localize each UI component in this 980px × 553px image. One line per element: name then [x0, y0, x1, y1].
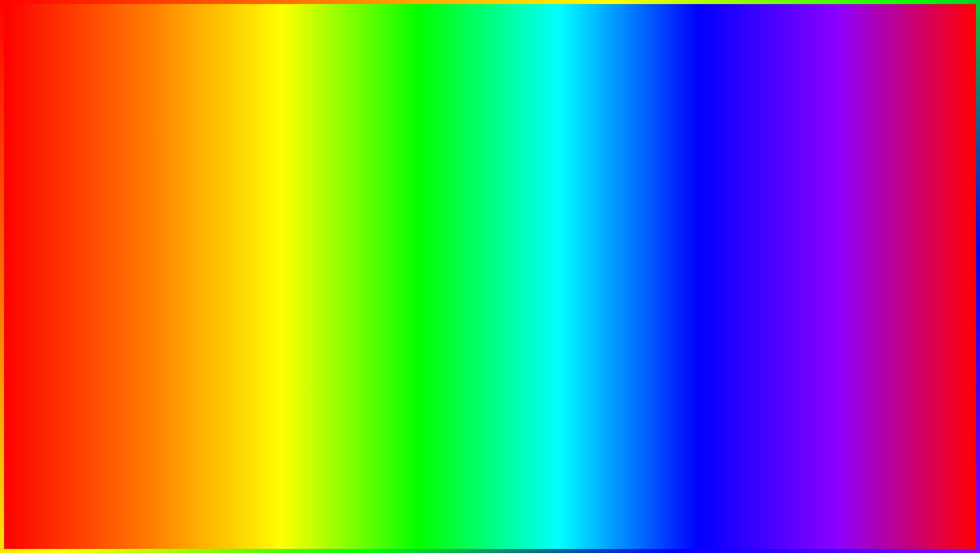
- hydra-hop-toggle[interactable]: [678, 239, 687, 249]
- panel-1-header-left: // WINNABLE HUB NEXT GEN / KING LEGACY […: [87, 161, 281, 172]
- panel-1-menu-icon[interactable]: ≡: [468, 162, 473, 171]
- auto-buso-label: Auto Buso: [293, 229, 321, 236]
- panel-2-item-sea-king-hop: Auto Sea King Hop: [507, 183, 687, 192]
- panel-2-item-ghost-ship-hop: Auto Ghost Ship Hop: [507, 211, 687, 220]
- panel-2-menu-icon[interactable]: ≡: [888, 162, 893, 171]
- kris-kringle-toggle[interactable]: [678, 254, 687, 263]
- panel-2-item-kris-kringle-hop: Auto Kris Kringle Hop: [507, 268, 687, 277]
- mobile-label: MOBILE: [35, 197, 203, 240]
- distance-container: Distance : 9: [293, 210, 473, 222]
- outer-border: ❄ 💀 KING LEGACY MOBILE ✔: [0, 0, 980, 553]
- ghost-ship-hop-toggle[interactable]: [678, 211, 687, 220]
- hydra-hop-label: Auto Hydra Hop: [507, 240, 550, 248]
- bottom-text-container: AUTO FARM SCRIPT PASTEBIN: [4, 464, 976, 534]
- panel-1-col2: || Menu : Settings || Farm Mode : Above …: [293, 183, 473, 282]
- hydra-label: Auto Hydra: [507, 226, 538, 233]
- auto-farm-label: AUTO FARM: [105, 465, 466, 533]
- kris-kringle-label: Auto Kris Kringle: [507, 255, 552, 262]
- panel-2-item-ghost-ship: Auto Ghost Ship: [507, 197, 687, 206]
- distance-fill-2: [713, 220, 848, 222]
- panel-2-col1: Auto Sea King Hop Auto Ghost Ship Auto G…: [507, 183, 687, 282]
- panel-1-section-title: || Menu : Auto Farm ||: [87, 183, 267, 190]
- hydra-toggle[interactable]: [678, 225, 687, 234]
- distance-bar[interactable]: [293, 220, 473, 222]
- king-legacy-logo-text: KINGLEGACY: [880, 464, 919, 486]
- distance-fill: [293, 220, 428, 222]
- mobile-label-row: MOBILE ✔: [35, 197, 280, 240]
- panel-2-header-left: // WINNABLE HUB NEXT GEN / KING LEGACY […: [507, 161, 701, 172]
- main-title: KING LEGACY: [4, 9, 976, 100]
- android-label: ANDROID: [35, 240, 236, 283]
- distance-bar-2[interactable]: [713, 220, 893, 222]
- ghost-ship-hop-label: Auto Ghost Ship Hop: [507, 212, 565, 219]
- farm-mode-row-2: Farm Mode : Above ›: [713, 196, 893, 204]
- panel-1-settings-title: || Menu : Settings ||: [293, 183, 473, 190]
- ghost-ship-label: Auto Ghost Ship: [507, 198, 551, 205]
- panel-2-header: // WINNABLE HUB NEXT GEN / KING LEGACY […: [501, 157, 899, 177]
- panel-2-item-kris-kringle: Auto Kris Kringle: [507, 254, 687, 263]
- winnable-logo-1: //: [87, 161, 92, 172]
- farm-mode-label-2: Farm Mode : Above: [713, 197, 766, 204]
- sea-king-hop-toggle-2[interactable]: [678, 183, 687, 192]
- auto-buso-row-2: Auto Buso: [713, 228, 893, 237]
- panel-2-item-hydra-hop: Auto Hydra Hop: [507, 239, 687, 249]
- panel-2-col2: || Menu : Settings || Farm Mode : Above …: [713, 183, 893, 282]
- kris-kringle-hop-toggle[interactable]: [678, 268, 687, 277]
- farm-mode-chevron-2[interactable]: ›: [890, 196, 893, 204]
- auto-buso-label-2: Auto Buso: [713, 229, 741, 236]
- android-checkmark: ✔: [246, 241, 280, 282]
- farm-mode-chevron[interactable]: ›: [470, 196, 473, 204]
- king-legacy-logo: 🧟 KINGLEGACY: [849, 407, 951, 508]
- main-container: ❄ 💀 KING LEGACY MOBILE ✔: [4, 4, 976, 549]
- farm-mode-row: Farm Mode : Above ›: [293, 196, 473, 204]
- distance-label: Distance : 9: [293, 210, 473, 217]
- auto-buso-toggle-2[interactable]: [884, 228, 893, 237]
- panel-2-body: Auto Sea King Hop Auto Ghost Ship Auto G…: [501, 177, 899, 288]
- kris-kringle-hop-label: Auto Kris Kringle Hop: [507, 269, 566, 276]
- ghost-ship-toggle[interactable]: [678, 197, 687, 206]
- auto-buso-row: Auto Buso: [293, 228, 473, 237]
- farm-mode-label: Farm Mode : Above: [293, 197, 346, 204]
- sea-king-hop-label-2: Auto Sea King Hop: [507, 184, 559, 191]
- mobile-android-section: MOBILE ✔ ANDROID ✔: [35, 197, 280, 283]
- distance-container-2: Distance : 9: [713, 210, 893, 222]
- panel-2-item-hydra: Auto Hydra: [507, 225, 687, 234]
- king-legacy-icon: 🧟: [878, 429, 922, 464]
- auto-buso-toggle[interactable]: [464, 228, 473, 237]
- panel-1-header: // WINNABLE HUB NEXT GEN / KING LEGACY […: [81, 157, 479, 177]
- mobile-checkmark: ✔: [213, 198, 247, 239]
- winnable-logo-2: //: [507, 161, 512, 172]
- title-container: KING LEGACY: [4, 9, 976, 100]
- script-pastebin-text: SCRIPT PASTEBIN: [468, 479, 875, 530]
- android-label-row: ANDROID ✔: [35, 240, 280, 283]
- panel-2-settings-title: || Menu : Settings ||: [713, 183, 893, 190]
- distance-label-2: Distance : 9: [713, 210, 893, 217]
- panel-2-title: WINNABLE HUB NEXT GEN / KING LEGACY [Fre…: [516, 163, 701, 170]
- panel-2-divider: [700, 183, 700, 282]
- panel-2: // WINNABLE HUB NEXT GEN / KING LEGACY […: [500, 156, 900, 289]
- panel-1-title: WINNABLE HUB NEXT GEN / KING LEGACY [Fre…: [96, 163, 281, 170]
